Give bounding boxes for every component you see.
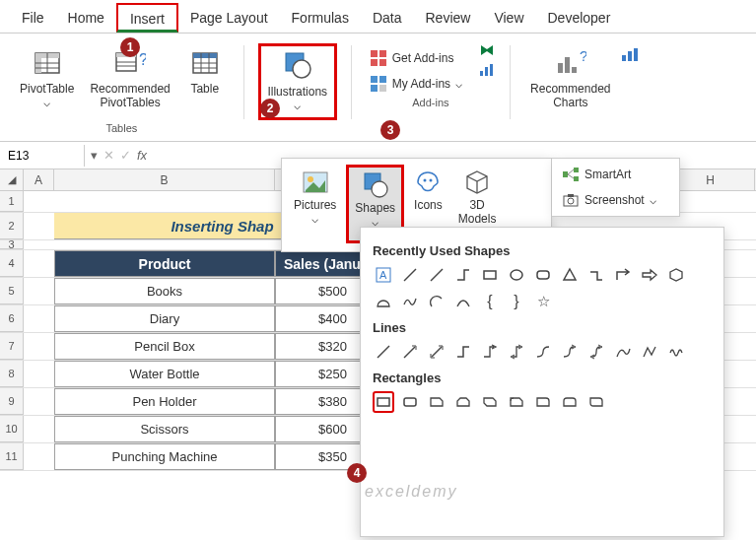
tab-view[interactable]: View [482, 4, 535, 33]
shape-snip-diag[interactable] [479, 391, 501, 413]
row-4[interactable]: 4 [0, 250, 24, 277]
cell-product[interactable]: Pen Holder [54, 388, 275, 415]
svg-text:A: A [379, 269, 387, 281]
shape-brace-left[interactable]: { [479, 291, 501, 312]
svg-rect-43 [563, 171, 568, 177]
bing-maps-icon[interactable] [478, 43, 496, 59]
pictures-icon [302, 169, 329, 196]
tab-review[interactable]: Review [414, 4, 483, 33]
table-button[interactable]: Table [180, 43, 230, 120]
shapes-rectangles-row [373, 391, 712, 413]
shape-elbow-arrow[interactable] [479, 341, 501, 363]
shape-curve[interactable] [612, 341, 634, 363]
illustrations-icon [282, 50, 313, 82]
cancel-icon[interactable]: ✕ [103, 148, 114, 163]
svg-rect-57 [537, 271, 549, 279]
shape-curve-double[interactable] [585, 341, 607, 363]
bar-chart-icon[interactable] [620, 47, 642, 63]
svg-rect-50 [568, 194, 574, 197]
shape-curve-conn[interactable] [532, 341, 554, 363]
shape-scribble[interactable] [665, 341, 687, 363]
cell-product[interactable]: Scissors [54, 416, 275, 442]
shape-elbow[interactable] [452, 341, 474, 363]
shape-curve[interactable] [452, 291, 474, 312]
shape-textbox[interactable]: A [373, 264, 394, 286]
svg-line-54 [431, 269, 443, 281]
row-6[interactable]: 6 [0, 305, 24, 332]
shape-star[interactable]: ☆ [532, 291, 554, 312]
row-9[interactable]: 9 [0, 388, 24, 415]
row-8[interactable]: 8 [0, 361, 24, 387]
name-box[interactable] [0, 145, 85, 167]
shape-snip-single[interactable] [426, 391, 447, 413]
shape-line[interactable] [399, 264, 421, 286]
shape-curve-arrow[interactable] [559, 341, 581, 363]
svg-line-53 [404, 269, 416, 281]
shape-elbow-double[interactable] [506, 341, 527, 363]
svg-point-42 [430, 179, 433, 182]
shape-halfcircle[interactable] [373, 291, 394, 312]
shape-snip-same[interactable] [452, 391, 474, 413]
cell-product[interactable]: Pencil Box [54, 333, 275, 360]
screenshot-button[interactable]: Screenshot ⌵ [558, 190, 673, 210]
shape-arrow-line[interactable] [399, 341, 421, 363]
tab-file[interactable]: File [10, 4, 56, 33]
row-11[interactable]: 11 [0, 443, 24, 470]
shape-double-arrow[interactable] [426, 341, 447, 363]
shape-line[interactable] [426, 264, 447, 286]
shape-round-same[interactable] [559, 391, 581, 413]
tab-data[interactable]: Data [361, 4, 414, 33]
get-addins-button[interactable]: Get Add-ins [366, 47, 466, 69]
tab-home[interactable]: Home [56, 4, 116, 33]
shape-rect[interactable] [479, 264, 501, 286]
col-B[interactable]: B [54, 169, 275, 190]
row-1[interactable]: 1 [0, 191, 24, 212]
shape-oval[interactable] [506, 264, 527, 286]
tab-insert[interactable]: Insert [116, 3, 178, 33]
cell-product[interactable]: Water Bottle [54, 361, 275, 387]
shape-line[interactable] [373, 341, 394, 363]
col-A[interactable]: A [24, 169, 54, 190]
shape-arc[interactable] [426, 291, 447, 312]
shape-rectangle[interactable] [373, 391, 394, 413]
dropdown-icon[interactable]: ▾ [91, 148, 98, 163]
icons-label: Icons [414, 198, 443, 212]
cell-product[interactable]: Books [54, 278, 275, 304]
shape-elbow-arrow[interactable] [585, 264, 607, 286]
shape-round-diag[interactable] [585, 391, 607, 413]
row-2[interactable]: 2 [0, 213, 24, 239]
shape-brace-right[interactable]: } [506, 291, 527, 312]
fx-icon[interactable]: fx [137, 148, 147, 163]
smartart-button[interactable]: SmartArt [558, 165, 673, 184]
cell-product[interactable]: Diary [54, 305, 275, 332]
shape-round-single[interactable] [532, 391, 554, 413]
row-5[interactable]: 5 [0, 278, 24, 304]
shape-triangle[interactable] [559, 264, 581, 286]
shape-arrow[interactable] [639, 264, 660, 286]
pivottable-button[interactable]: PivotTable⌵ [14, 43, 80, 120]
shape-freeform[interactable] [639, 341, 660, 363]
row-10[interactable]: 10 [0, 416, 24, 442]
icons-icon [414, 169, 442, 196]
shape-hex[interactable] [665, 264, 687, 286]
people-graph-icon[interactable] [478, 62, 496, 78]
shape-scribble[interactable] [399, 291, 421, 312]
shape-elbow[interactable] [452, 264, 474, 286]
header-product[interactable]: Product [54, 250, 275, 277]
shape-elbow-arrow[interactable] [612, 264, 634, 286]
my-addins-button[interactable]: My Add-ins ⌵ [366, 73, 466, 95]
cell-product[interactable]: Punching Machine [54, 443, 275, 470]
svg-rect-22 [379, 59, 386, 66]
tab-formulas[interactable]: Formulas [280, 4, 361, 33]
enter-icon[interactable]: ✓ [120, 148, 131, 163]
select-all[interactable]: ◢ [0, 169, 24, 190]
pictures-button[interactable]: Pictures⌵ [288, 165, 342, 243]
row-7[interactable]: 7 [0, 333, 24, 360]
recommended-charts-button[interactable]: ? RecommendedCharts [524, 43, 616, 120]
tab-page-layout[interactable]: Page Layout [178, 4, 280, 33]
row-3[interactable]: 3 [0, 240, 24, 249]
shape-rounded-rect[interactable] [399, 391, 421, 413]
shape-snip-round[interactable] [506, 391, 527, 413]
tab-developer[interactable]: Developer [536, 4, 623, 33]
shape-rounded-rect[interactable] [532, 264, 554, 286]
